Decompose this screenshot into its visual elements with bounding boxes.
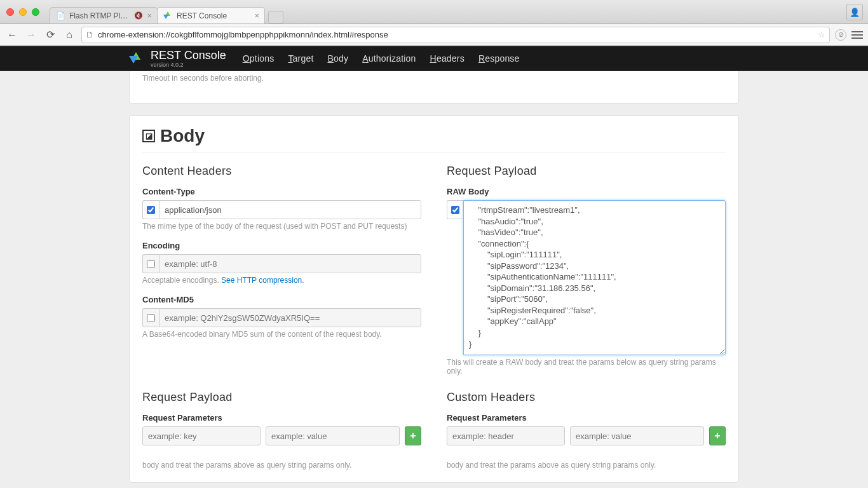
window-titlebar: 📄 Flash RTMP Player - Liv 🔇 × REST Conso…: [0, 0, 868, 24]
nav-body[interactable]: Body: [328, 53, 349, 64]
header-key-input[interactable]: [447, 426, 565, 445]
add-param-button[interactable]: +: [405, 426, 421, 445]
traffic-lights: [6, 8, 39, 16]
close-icon[interactable]: ×: [147, 11, 152, 20]
raw-body-label: RAW Body: [447, 187, 726, 196]
content-headers-column: Content Headers Content-Type The mime ty…: [142, 165, 421, 386]
custom-headers-column: Custom Headers Request Parameters + body…: [447, 391, 726, 470]
content-md5-label: Content-MD5: [142, 295, 421, 304]
encoding-field: Encoding Acceptable encodings. See HTTP …: [142, 241, 421, 285]
nav-response[interactable]: Response: [478, 53, 520, 64]
reload-button[interactable]: ⟳: [43, 28, 57, 42]
nav-options[interactable]: Options: [243, 53, 275, 64]
content-headers-heading: Content Headers: [142, 165, 421, 178]
nav-authorization[interactable]: Authorization: [362, 53, 416, 64]
nav-links: Options Target Body Authorization Header…: [243, 53, 520, 64]
tab-title: REST Console: [177, 11, 250, 20]
browser-toolbar: ← → ⟳ ⌂ 🗋 ☆ ⊘: [0, 24, 868, 46]
window-minimize-button[interactable]: [19, 8, 27, 16]
encoding-label: Encoding: [142, 241, 421, 250]
tab-rest-console[interactable]: REST Console ×: [157, 7, 265, 24]
encoding-help-text: Acceptable encodings.: [142, 276, 221, 285]
page-icon: 📄: [55, 11, 65, 21]
content-md5-input[interactable]: [159, 308, 421, 327]
content-md5-checkbox-addon[interactable]: [142, 308, 159, 327]
bookmark-star-icon[interactable]: ☆: [818, 30, 825, 39]
content-type-input[interactable]: [159, 200, 421, 219]
request-params-column: Request Payload Request Parameters + bod…: [142, 391, 421, 470]
http-compression-link[interactable]: See HTTP compression.: [221, 276, 304, 285]
encoding-checkbox[interactable]: [147, 260, 155, 268]
param-key-input[interactable]: [142, 426, 261, 445]
custom-headers-note: body and treat the params above as query…: [447, 461, 726, 470]
body-card: ◪ Body Content Headers Content-Type The …: [129, 115, 739, 483]
window-zoom-button[interactable]: [32, 8, 39, 16]
raw-body-checkbox-addon[interactable]: [447, 200, 463, 219]
address-bar[interactable]: 🗋 ☆: [81, 27, 830, 43]
raw-body-textarea[interactable]: [463, 200, 726, 355]
page-content: Timeout in seconds before aborting. ◪ Bo…: [0, 71, 868, 488]
window-close-button[interactable]: [6, 8, 14, 16]
encoding-checkbox-addon[interactable]: [142, 254, 159, 273]
raw-body-help: This will create a RAW body and treat th…: [447, 358, 726, 376]
nav-headers[interactable]: Headers: [430, 53, 465, 64]
tab-flash-rtmp[interactable]: 📄 Flash RTMP Player - Liv 🔇 ×: [50, 7, 158, 24]
brand-title: REST Console: [151, 50, 226, 61]
collapse-icon[interactable]: ◪: [142, 130, 155, 142]
tab-title: Flash RTMP Player - Liv: [69, 11, 132, 20]
content-type-help: The mime type of the body of the request…: [142, 222, 421, 231]
brand-version: version 4.0.2: [151, 62, 226, 68]
param-value-input[interactable]: [266, 426, 400, 445]
profile-button[interactable]: 👤: [846, 4, 863, 20]
request-params-note: body and treat the params above as query…: [142, 461, 421, 470]
content-type-field: Content-Type The mime type of the body o…: [142, 187, 421, 231]
section-title: ◪ Body: [142, 116, 726, 153]
raw-body-field: RAW Body This will create a RAW body and…: [447, 187, 726, 376]
header-value-input[interactable]: [570, 426, 704, 445]
custom-headers-sub: Request Parameters: [447, 413, 726, 423]
prev-card-fragment: Timeout in seconds before aborting.: [129, 71, 739, 104]
extensions-icon[interactable]: ⊘: [835, 29, 846, 41]
encoding-input[interactable]: [159, 254, 421, 273]
content-md5-checkbox[interactable]: [147, 314, 155, 322]
forward-button[interactable]: →: [24, 28, 38, 42]
request-params-heading: Request Payload: [142, 391, 421, 404]
content-type-checkbox-addon[interactable]: [142, 200, 159, 219]
request-payload-column: Request Payload RAW Body This will creat…: [447, 165, 726, 386]
add-header-button[interactable]: +: [709, 426, 726, 445]
back-button[interactable]: ←: [5, 28, 19, 42]
encoding-help: Acceptable encodings. See HTTP compressi…: [142, 276, 421, 285]
mute-icon[interactable]: 🔇: [134, 11, 143, 20]
request-params-sub: Request Parameters: [142, 413, 421, 423]
request-params-row: +: [142, 426, 421, 445]
new-tab-button[interactable]: [268, 11, 283, 24]
browser-tabs: 📄 Flash RTMP Player - Liv 🔇 × REST Conso…: [50, 0, 283, 24]
home-button[interactable]: ⌂: [62, 28, 76, 42]
section-title-text: Body: [160, 126, 205, 146]
brand[interactable]: REST Console version 4.0.2: [129, 50, 226, 68]
content-type-label: Content-Type: [142, 187, 421, 196]
content-md5-help: A Base64-encoded binary MD5 sum of the c…: [142, 330, 421, 339]
menu-button[interactable]: [851, 31, 863, 39]
timeout-help: Timeout in seconds before aborting.: [142, 71, 726, 90]
content-type-checkbox[interactable]: [147, 206, 155, 214]
request-payload-heading: Request Payload: [447, 165, 726, 178]
app-navbar: REST Console version 4.0.2 Options Targe…: [0, 46, 868, 71]
custom-headers-heading: Custom Headers: [447, 391, 726, 404]
rest-console-favicon: [163, 11, 173, 21]
raw-body-checkbox[interactable]: [451, 206, 459, 214]
nav-target[interactable]: Target: [288, 53, 313, 64]
brand-logo-icon: [129, 51, 144, 66]
close-icon[interactable]: ×: [254, 11, 259, 20]
page-icon: 🗋: [86, 30, 94, 39]
custom-headers-row: +: [447, 426, 726, 445]
content-md5-field: Content-MD5 A Base64-encoded binary MD5 …: [142, 295, 421, 339]
url-input[interactable]: [98, 30, 814, 39]
